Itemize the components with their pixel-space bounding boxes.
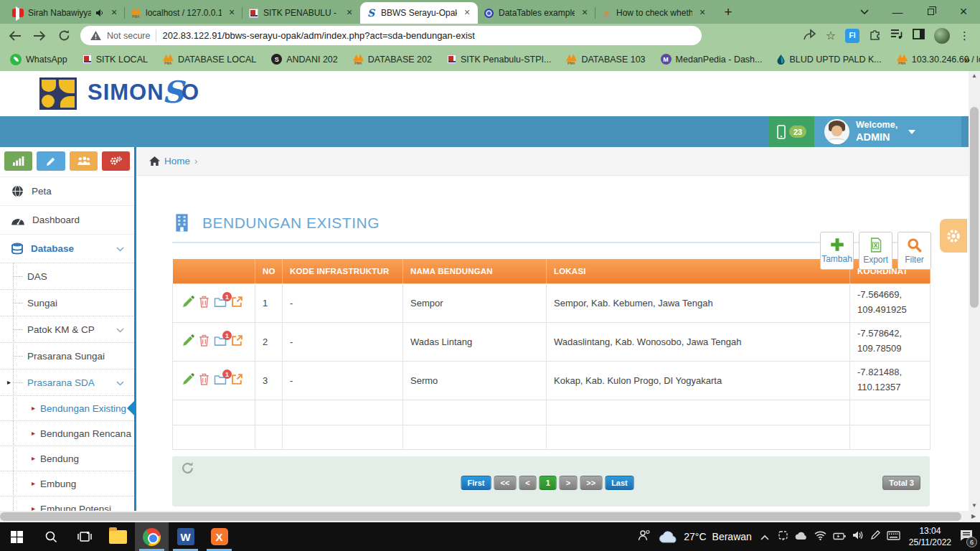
open-link-icon[interactable] [231, 296, 243, 310]
edit-icon[interactable] [182, 334, 194, 349]
bookmark-andani[interactable]: SANDANI 202 [271, 54, 338, 65]
bookmark-blud-uptd[interactable]: BLUD UPTD PALD K... [777, 55, 881, 65]
bookmark-whatsapp[interactable]: WhatsApp [10, 54, 67, 65]
xampp-taskbar-button[interactable]: X [202, 522, 236, 551]
horizontal-scrollbar[interactable]: ▶ [0, 511, 980, 522]
sidebar-item-sungai[interactable]: Sungai [0, 289, 134, 316]
scroll-down-icon[interactable]: ▼ [969, 501, 980, 511]
scroll-right-icon[interactable]: ▶ [969, 511, 979, 522]
restore-button[interactable] [914, 0, 947, 24]
users-quick-button[interactable] [70, 151, 98, 171]
open-link-icon[interactable] [231, 334, 243, 349]
sidebar-item-prasarana-sda[interactable]: ▸Prasarana SDA [0, 369, 134, 395]
edit-quick-button[interactable] [37, 151, 65, 171]
documents-icon[interactable]: 1 [214, 335, 227, 348]
delete-icon[interactable] [199, 334, 209, 349]
sidebar-item-prasarana-sungai[interactable]: Prasarana Sungai [0, 342, 134, 369]
tab-stackoverflow[interactable]: How to check whethe × [595, 2, 713, 24]
page-prev-button[interactable]: < [519, 476, 536, 490]
settings-quick-button[interactable] [102, 151, 130, 171]
phone-notifications-button[interactable]: 23 [769, 116, 814, 147]
touch-keyboard-icon[interactable] [887, 530, 900, 543]
bookmark-star-icon[interactable]: ☆ [826, 29, 836, 42]
user-menu[interactable]: Welcome, ADMIN [814, 116, 961, 147]
chrome-taskbar-button[interactable] [135, 522, 169, 551]
address-bar[interactable]: Not secure 202.83.122.91/bbws-serayu-opa… [80, 26, 702, 45]
edit-icon[interactable] [182, 296, 194, 310]
sidebar-item-embung-potensi[interactable]: ▸Embung Potensi [0, 496, 134, 511]
sidebar-item-dashboard[interactable]: Dashboard [0, 205, 134, 234]
people-icon[interactable] [638, 529, 651, 544]
sidebar-item-bendungan-rencana[interactable]: ▸Bendungan Rencana [0, 420, 134, 446]
extensions-puzzle-icon[interactable] [869, 28, 881, 43]
refresh-icon[interactable] [181, 461, 194, 478]
page-next-button[interactable]: > [560, 476, 577, 490]
tab-close-icon[interactable]: × [108, 7, 120, 19]
pen-icon[interactable] [870, 530, 880, 543]
sidebar-item-bendung[interactable]: ▸Bendung [0, 446, 134, 471]
profile-avatar[interactable] [934, 28, 950, 44]
documents-icon[interactable]: 1 [214, 374, 227, 387]
search-button[interactable] [34, 522, 67, 551]
delete-icon[interactable] [199, 373, 209, 387]
tab-audio-icon[interactable] [95, 9, 104, 17]
breadcrumb-home-link[interactable]: Home [164, 156, 190, 166]
page-prev-all-button[interactable]: << [494, 476, 516, 490]
new-tab-button[interactable]: + [719, 3, 738, 22]
page-first-button[interactable]: First [461, 476, 491, 490]
minimize-button[interactable]: — [881, 0, 914, 24]
horizontal-scroll-thumb[interactable] [0, 512, 961, 521]
playlist-icon[interactable] [890, 29, 903, 42]
tab-search-chevron-icon[interactable] [848, 0, 881, 24]
task-view-button[interactable] [67, 522, 101, 551]
forward-button[interactable] [32, 28, 47, 44]
bookmarks-overflow-icon[interactable]: » [964, 53, 970, 65]
delete-icon[interactable] [199, 296, 209, 310]
sidebar-item-embung[interactable]: ▸Embung [0, 471, 134, 496]
vertical-scroll-thumb[interactable] [970, 107, 979, 308]
weather-widget[interactable]: 27°C Berawan [659, 531, 752, 543]
tray-chevron-up-icon[interactable] [760, 530, 769, 543]
export-button[interactable]: X Export [859, 232, 892, 270]
security-label[interactable]: Not secure [107, 31, 150, 41]
tab-localhost[interactable]: PMA localhost / 127.0.0.1 / × [125, 2, 242, 24]
reload-button[interactable] [56, 28, 72, 44]
onedrive-icon[interactable] [795, 530, 808, 543]
page-1-button[interactable]: 1 [540, 476, 557, 490]
tab-close-icon[interactable]: × [226, 7, 237, 19]
page-last-button[interactable]: Last [605, 476, 634, 490]
documents-icon[interactable]: 1 [214, 296, 227, 309]
share-icon[interactable] [804, 29, 816, 43]
tab-sitk-penabulu[interactable]: SITK PENABULU - STP × [242, 2, 360, 24]
edit-icon[interactable] [182, 373, 194, 387]
close-button[interactable]: × [947, 0, 980, 24]
start-button[interactable] [0, 522, 34, 551]
tab-close-icon[interactable]: × [579, 7, 590, 19]
tab-datatables[interactable]: DataTables example - × [478, 2, 595, 24]
menu-kebab-icon[interactable]: ⋮ [959, 29, 970, 42]
tab-bbws-serayu-opak[interactable]: S BBWS Serayu-Opak × [360, 2, 478, 24]
clock[interactable]: 13:04 25/11/2022 [909, 525, 951, 548]
tab-sirah-nabawiyyah[interactable]: Sirah Nabawiyyah × [7, 2, 125, 24]
page-next-all-button[interactable]: >> [580, 476, 602, 490]
open-link-icon[interactable] [231, 373, 243, 387]
snip-icon[interactable] [778, 530, 788, 543]
tab-close-icon[interactable]: × [697, 7, 708, 19]
bookmark-sitk-local[interactable]: SITK LOCAL [83, 55, 148, 65]
sidebar-item-das[interactable]: DAS [0, 263, 134, 289]
url-text[interactable]: 202.83.122.91/bbws-serayu-opak/adm/index… [162, 30, 474, 41]
sidebar-item-database[interactable]: Database [0, 234, 134, 263]
battery-icon[interactable] [833, 530, 846, 543]
tambah-button[interactable]: Tambah [820, 232, 854, 270]
bookmark-medanpedia[interactable]: MMedanPedia - Dash... [661, 54, 763, 65]
volume-icon[interactable] [852, 530, 864, 543]
chart-quick-button[interactable] [4, 151, 32, 171]
scroll-up-icon[interactable]: ▲ [969, 71, 980, 81]
filter-button[interactable]: Filter [897, 232, 931, 270]
sidebar-item-patok-km-cp[interactable]: Patok KM & CP [0, 316, 134, 342]
file-explorer-button[interactable] [101, 522, 135, 551]
extension-fi-icon[interactable]: FI [845, 29, 859, 43]
bookmark-sitk-penabulu[interactable]: SITK Penabulu-STPI... [447, 55, 551, 65]
tab-close-icon[interactable]: × [344, 7, 355, 19]
bookmark-database-103[interactable]: PMADATABASE 103 [566, 55, 645, 65]
